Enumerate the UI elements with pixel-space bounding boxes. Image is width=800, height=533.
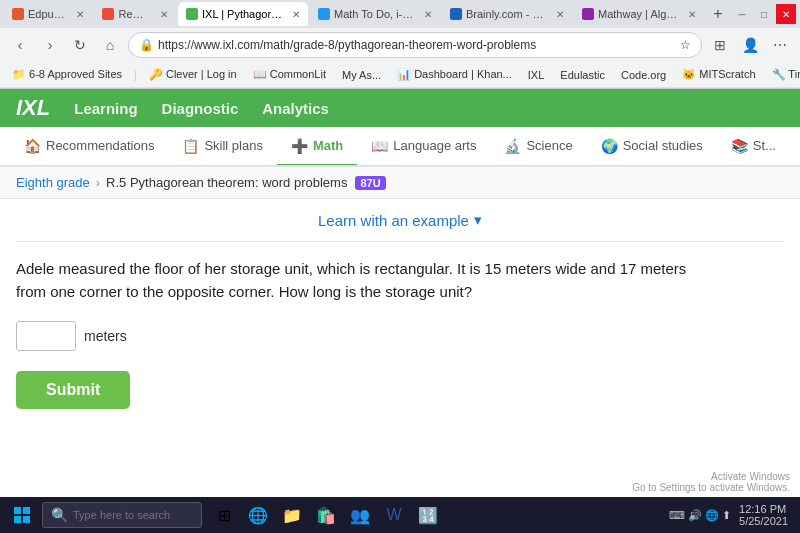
bookmark-mitscratch[interactable]: 🐱 MITScratch xyxy=(678,66,759,83)
tab-close-3[interactable]: ✕ xyxy=(424,9,432,20)
search-icon: 🔍 xyxy=(51,507,68,523)
tab-close-5[interactable]: ✕ xyxy=(688,9,696,20)
extensions-button[interactable]: ⊞ xyxy=(708,33,732,57)
subject-tab-st...[interactable]: 📚St... xyxy=(717,127,790,167)
back-button[interactable]: ‹ xyxy=(8,33,32,57)
taskbar-search-input[interactable] xyxy=(73,509,193,521)
new-tab-button[interactable]: + xyxy=(706,2,730,26)
browser-tab-2[interactable]: IXL | Pythagorean t...✕ xyxy=(178,2,308,26)
menu-button[interactable]: ⋯ xyxy=(768,33,792,57)
tab-close-4[interactable]: ✕ xyxy=(556,9,564,20)
svg-rect-2 xyxy=(14,516,21,523)
tab-bar: Edpuzzle✕Remind✕IXL | Pythagorean t...✕M… xyxy=(0,0,800,28)
browser-tab-5[interactable]: Mathway | Algebra ...✕ xyxy=(574,2,704,26)
store-button[interactable]: 🛍️ xyxy=(310,499,342,531)
browser-tab-0[interactable]: Edpuzzle✕ xyxy=(4,2,92,26)
bookmark-approved-sites[interactable]: 📁 6-8 Approved Sites xyxy=(8,66,126,83)
bookmark-ixl[interactable]: IXL xyxy=(524,67,549,83)
submit-button[interactable]: Submit xyxy=(16,371,130,409)
browser-tab-4[interactable]: Brainly.com - For s...✕ xyxy=(442,2,572,26)
tab-favicon-0 xyxy=(12,8,24,20)
star-icon[interactable]: ☆ xyxy=(680,38,691,52)
edge-button[interactable]: 🌐 xyxy=(242,499,274,531)
subject-tab-icon-1: 📋 xyxy=(182,138,199,154)
learn-example-button[interactable]: Learn with an example ▾ xyxy=(318,211,482,229)
maximize-button[interactable]: □ xyxy=(754,4,774,24)
tab-label-0: Edpuzzle xyxy=(28,8,68,20)
browser-tab-3[interactable]: Math To Do, i-Rea...✕ xyxy=(310,2,440,26)
subject-tab-skill-plans[interactable]: 📋Skill plans xyxy=(168,127,277,167)
task-view-button[interactable]: ⊞ xyxy=(208,499,240,531)
learn-example-label: Learn with an example xyxy=(318,212,469,229)
svg-rect-1 xyxy=(23,507,30,514)
tab-favicon-4 xyxy=(450,8,462,20)
teams-button[interactable]: 👥 xyxy=(344,499,376,531)
answer-input[interactable] xyxy=(16,321,76,351)
activate-windows-notice: Activate Windows Go to Settings to activ… xyxy=(632,471,790,493)
word-button[interactable]: W xyxy=(378,499,410,531)
bookmark-khan[interactable]: 📊 Dashboard | Khan... xyxy=(393,66,516,83)
subject-tab-social-studies[interactable]: 🌍Social studies xyxy=(587,127,717,167)
tab-label-5: Mathway | Algebra ... xyxy=(598,8,680,20)
taskbar-search[interactable]: 🔍 xyxy=(42,502,202,528)
problem-text: Adele measured the floor of her storage … xyxy=(16,258,696,303)
tab-label-2: IXL | Pythagorean t... xyxy=(202,8,284,20)
subject-tab-recommendations[interactable]: 🏠Recommendations xyxy=(10,127,168,167)
answer-unit: meters xyxy=(84,328,127,344)
subject-tab-icon-0: 🏠 xyxy=(24,138,41,154)
bookmark-edulastic[interactable]: Edulastic xyxy=(556,67,609,83)
tab-favicon-3 xyxy=(318,8,330,20)
tab-close-0[interactable]: ✕ xyxy=(76,9,84,20)
url-box[interactable]: 🔒 https://www.ixl.com/math/grade-8/pytha… xyxy=(128,32,702,58)
nav-analytics[interactable]: Analytics xyxy=(262,100,329,117)
taskbar-right: ⌨ 🔊 🌐 ⬆ 12:16 PM 5/25/2021 xyxy=(669,503,796,527)
tab-close-2[interactable]: ✕ xyxy=(292,9,300,20)
tab-close-1[interactable]: ✕ xyxy=(160,9,168,20)
browser-chrome: Edpuzzle✕Remind✕IXL | Pythagorean t...✕M… xyxy=(0,0,800,89)
taskbar-apps: ⊞ 🌐 📁 🛍️ 👥 W 🔢 xyxy=(208,499,444,531)
calculator-button[interactable]: 🔢 xyxy=(412,499,444,531)
bookmark-tinkercad[interactable]: 🔧 Tinkercad xyxy=(768,66,800,83)
subject-tab-science[interactable]: 🔬Science xyxy=(490,127,586,167)
subject-tab-label-4: Science xyxy=(526,138,572,153)
subject-tab-label-3: Language arts xyxy=(393,138,476,153)
tab-favicon-1 xyxy=(102,8,114,20)
nav-learning[interactable]: Learning xyxy=(74,100,137,117)
ixl-header: IXL Learning Diagnostic Analytics xyxy=(0,89,800,127)
subject-tabs: 🏠Recommendations📋Skill plans➕Math📖Langua… xyxy=(0,127,800,167)
breadcrumb-parent[interactable]: Eighth grade xyxy=(16,175,90,190)
time: 12:16 PM xyxy=(739,503,788,515)
forward-button[interactable]: › xyxy=(38,33,62,57)
subject-tab-icon-2: ➕ xyxy=(291,138,308,154)
activate-line2: Go to Settings to activate Windows. xyxy=(632,482,790,493)
subject-tab-icon-5: 🌍 xyxy=(601,138,618,154)
explorer-button[interactable]: 📁 xyxy=(276,499,308,531)
browser-tab-1[interactable]: Remind✕ xyxy=(94,2,176,26)
ixl-logo[interactable]: IXL xyxy=(16,95,50,121)
minimize-button[interactable]: ─ xyxy=(732,4,752,24)
subject-tab-icon-3: 📖 xyxy=(371,138,388,154)
home-button[interactable]: ⌂ xyxy=(98,33,122,57)
subject-tab-math[interactable]: ➕Math xyxy=(277,127,357,167)
ixl-nav: Learning Diagnostic Analytics xyxy=(74,100,329,117)
subject-tab-label-0: Recommendations xyxy=(46,138,154,153)
breadcrumb-current: R.5 Pythagorean theorem: word problems xyxy=(106,175,347,190)
reload-button[interactable]: ↻ xyxy=(68,33,92,57)
nav-diagnostic[interactable]: Diagnostic xyxy=(162,100,239,117)
subject-tab-label-2: Math xyxy=(313,138,343,153)
subject-tab-label-6: St... xyxy=(753,138,776,153)
bookmark-clever[interactable]: 🔑 Clever | Log in xyxy=(145,66,241,83)
profile-button[interactable]: 👤 xyxy=(738,33,762,57)
url-text[interactable]: https://www.ixl.com/math/grade-8/pythago… xyxy=(158,38,676,52)
start-button[interactable] xyxy=(4,500,40,530)
tab-favicon-5 xyxy=(582,8,594,20)
svg-rect-0 xyxy=(14,507,21,514)
subject-tab-label-5: Social studies xyxy=(623,138,703,153)
lock-icon: 🔒 xyxy=(139,38,154,52)
subject-tab-language-arts[interactable]: 📖Language arts xyxy=(357,127,490,167)
close-button[interactable]: ✕ xyxy=(776,4,796,24)
bookmark-codeorg[interactable]: Code.org xyxy=(617,67,670,83)
tab-label-3: Math To Do, i-Rea... xyxy=(334,8,416,20)
bookmark-commonlit[interactable]: 📖 CommonLit xyxy=(249,66,330,83)
bookmark-myas[interactable]: My As... xyxy=(338,67,385,83)
